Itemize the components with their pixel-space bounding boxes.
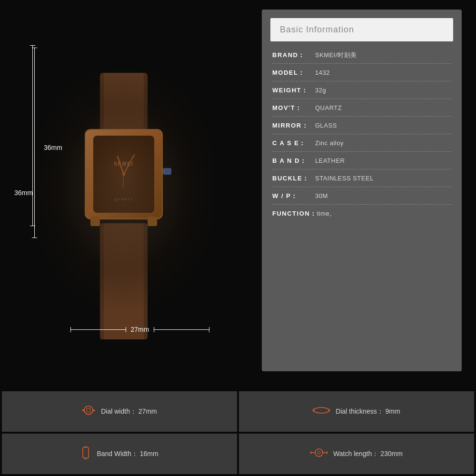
spec-row: MOV'T：QUARTZ <box>272 99 451 117</box>
spec-key: BRAND： <box>272 51 315 60</box>
spec-key: MIRROR： <box>272 121 315 130</box>
spec-row: BUCKLE：STAINLESS STEEL <box>272 169 451 187</box>
svg-point-63 <box>317 451 320 454</box>
spec-list: BRAND：SKMEI/时刻美MODEL：1432WEIGHT：32gMOV'T… <box>262 41 462 227</box>
spec-key: WEIGHT： <box>272 86 315 95</box>
spec-value: LEATHER <box>315 157 345 164</box>
spec-row: MIRROR：GLASS <box>272 117 451 134</box>
watch-length-label: Watch length： 230mm <box>333 450 403 458</box>
svg-rect-47 <box>87 408 90 412</box>
stat-watch-length: Watch length： 230mm <box>239 434 474 474</box>
dial-width-label: Dial width： 27mm <box>101 407 157 416</box>
spec-row: WEIGHT：32g <box>272 81 451 99</box>
spec-value: 1432 <box>315 69 330 76</box>
stat-band-width: Band Width： 16mm <box>2 434 237 474</box>
stat-dial-width: Dial width： 27mm <box>2 391 237 432</box>
spec-key: MOV'T： <box>272 104 315 112</box>
spec-row: MODEL：1432 <box>272 64 451 81</box>
spec-row: FUNCTION：time。 <box>272 205 451 222</box>
info-title: Basic Information <box>280 25 354 34</box>
watch-length-icon <box>310 446 327 462</box>
stat-dial-thickness: Dial thickness： 9mm <box>239 391 474 432</box>
band-width-icon <box>80 446 91 462</box>
spec-value: Zinc alloy <box>315 139 344 147</box>
spec-key: B A N D： <box>272 157 315 165</box>
dial-thickness-icon <box>313 405 330 418</box>
svg-point-62 <box>315 449 323 456</box>
spec-value: 32g <box>315 87 326 94</box>
svg-point-46 <box>84 406 93 415</box>
spec-value: QUARTZ <box>315 104 342 111</box>
info-header: Basic Information <box>270 18 453 41</box>
band-width-label: Band Width： 16mm <box>97 450 158 458</box>
spec-row: W / P：30M <box>272 187 451 205</box>
left-panel: 36mm <box>0 0 248 386</box>
dial-width-icon <box>82 404 95 420</box>
spec-row: C A S E：Zinc alloy <box>272 134 451 152</box>
width-label: 27mm <box>131 326 149 333</box>
dial-thickness-label: Dial thickness： 9mm <box>336 407 400 416</box>
spec-row: BRAND：SKMEI/时刻美 <box>272 46 451 64</box>
svg-point-52 <box>314 407 329 413</box>
spec-key: C A S E： <box>272 139 315 148</box>
spec-key: FUNCTION： <box>272 209 317 218</box>
height-label-text: 36mm <box>14 189 33 197</box>
watch-glow <box>33 69 214 307</box>
spec-key: BUCKLE： <box>272 174 315 183</box>
height-label: 36mm <box>44 144 62 151</box>
width-dimension: 27mm <box>70 326 209 333</box>
spec-value: 30M <box>315 192 328 199</box>
svg-rect-57 <box>83 447 89 458</box>
spec-row: B A N D：LEATHER <box>272 152 451 169</box>
spec-key: MODEL： <box>272 69 315 77</box>
height-dimension: 36mm <box>34 48 35 248</box>
spec-value: GLASS <box>315 122 337 129</box>
stat-bars: Dial width： 27mm Dial thickness： 9mm Ban… <box>0 389 476 476</box>
spec-value: time。 <box>317 209 336 218</box>
spec-key: W / P： <box>272 192 315 200</box>
info-card: Basic Information BRAND：SKMEI/时刻美MODEL：1… <box>262 10 462 371</box>
spec-value: STAINLESS STEEL <box>315 175 374 182</box>
spec-value: SKMEI/时刻美 <box>315 51 357 60</box>
